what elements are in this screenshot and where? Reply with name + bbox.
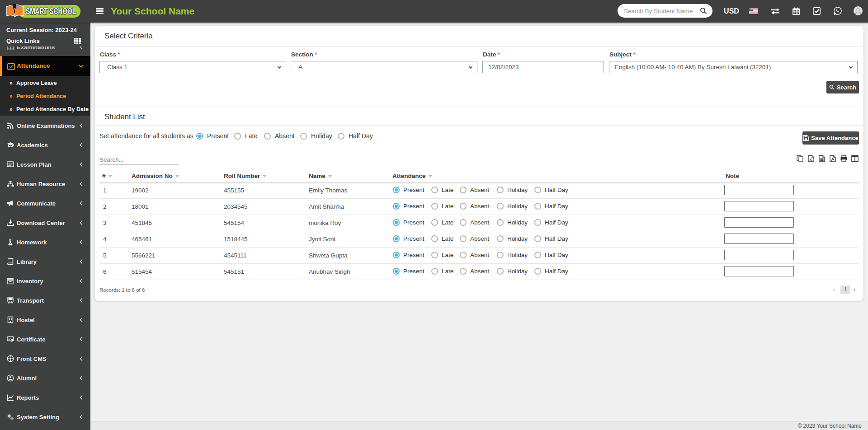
svg-text:X: X (810, 158, 812, 162)
svg-text:SMART SCHOOL: SMART SCHOOL (26, 7, 76, 16)
